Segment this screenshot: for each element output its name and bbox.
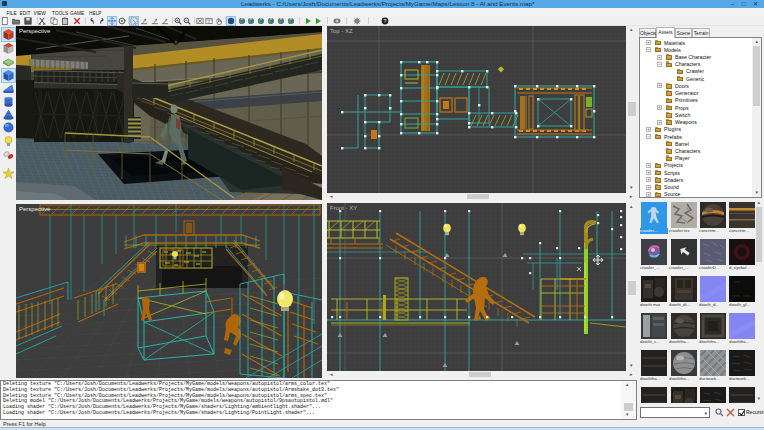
svg-text:?: ?	[383, 18, 386, 24]
